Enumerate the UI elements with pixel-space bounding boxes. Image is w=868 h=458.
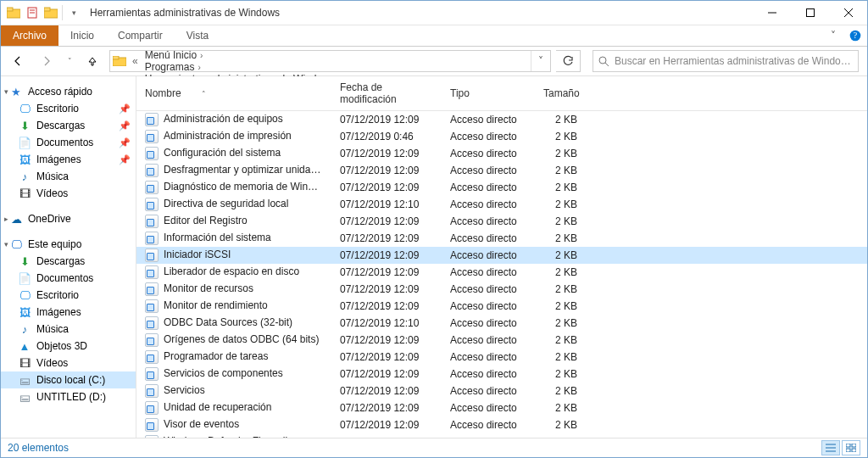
help-button[interactable]: ? xyxy=(843,25,867,46)
ribbon-tab-inicio[interactable]: Inicio xyxy=(58,25,106,46)
file-row[interactable]: Orígenes de datos ODBC (64 bits)07/12/20… xyxy=(136,332,867,349)
file-row[interactable]: Información del sistema07/12/2019 12:09A… xyxy=(136,230,867,247)
column-size[interactable]: Tamaño xyxy=(535,76,586,111)
address-bar[interactable]: « Windows›Menú Inicio›Programas›Herramie… xyxy=(109,50,551,72)
file-row[interactable]: Unidad de recuperación07/12/2019 12:09Ac… xyxy=(136,399,867,416)
sidebar-pc-item[interactable]: 🖴UNTITLED (D:) xyxy=(1,388,136,405)
file-row[interactable]: Liberador de espacio en disco07/12/2019 … xyxy=(136,264,867,281)
file-row[interactable]: Servicios07/12/2019 12:09Acceso directo2… xyxy=(136,383,867,399)
file-row[interactable]: Administración de impresión07/12/2019 0:… xyxy=(136,128,867,145)
file-pane[interactable]: Nombre˄ Fecha de modificación Tipo Tamañ… xyxy=(136,76,867,438)
docs-icon: 📄 xyxy=(18,136,31,149)
sidebar-quick-item[interactable]: 📄Documentos📌 xyxy=(1,134,136,151)
shortcut-icon xyxy=(145,113,159,126)
sidebar-item-label: Descargas xyxy=(36,255,85,267)
address-dropdown[interactable]: ˅ xyxy=(531,51,550,71)
file-row[interactable]: Iniciador iSCSI07/12/2019 12:09Acceso di… xyxy=(136,247,867,264)
desk-icon: 🖵 xyxy=(18,102,31,115)
qat-newfolder-icon[interactable] xyxy=(42,4,60,21)
chevron-down-icon[interactable]: ▾ xyxy=(4,240,13,249)
file-row[interactable]: Monitor de rendimiento07/12/2019 12:09Ac… xyxy=(136,298,867,315)
view-large-icons-button[interactable] xyxy=(842,440,860,455)
sidebar-quick-item[interactable]: 🖼Imágenes📌 xyxy=(1,151,136,168)
back-button[interactable] xyxy=(6,49,30,73)
chevron-right-icon[interactable]: ▸ xyxy=(4,215,13,223)
sidebar-pc-item[interactable]: 📄Documentos xyxy=(1,270,136,287)
column-type[interactable]: Tipo xyxy=(442,76,535,111)
ribbon: ArchivoInicioCompartirVista ˅ ? xyxy=(1,25,867,47)
ribbon-tab-compartir[interactable]: Compartir xyxy=(106,25,175,46)
file-row[interactable]: ODBC Data Sources (32-bit)07/12/2019 12:… xyxy=(136,315,867,332)
file-row[interactable]: Servicios de componentes07/12/2019 12:09… xyxy=(136,366,867,383)
sidebar-item-label: Vídeos xyxy=(36,357,68,369)
chevron-right-icon[interactable]: › xyxy=(200,51,203,60)
file-size: 2 KB xyxy=(535,416,586,433)
sidebar-pc-item[interactable]: ▲Objetos 3D xyxy=(1,338,136,355)
column-date[interactable]: Fecha de modificación xyxy=(331,76,442,111)
sidebar-quick-item[interactable]: 🖵Escritorio📌 xyxy=(1,100,136,117)
view-details-button[interactable] xyxy=(821,440,840,455)
file-row[interactable]: Configuración del sistema07/12/2019 12:0… xyxy=(136,145,867,162)
chevron-down-icon[interactable]: ▾ xyxy=(4,87,13,96)
sidebar-pc-item[interactable]: ♪Música xyxy=(1,321,136,338)
sidebar-pc-item[interactable]: 🖴Disco local (C:) xyxy=(1,371,136,388)
file-row[interactable]: Programador de tareas07/12/2019 12:09Acc… xyxy=(136,349,867,366)
file-row[interactable]: Editor del Registro07/12/2019 12:09Acces… xyxy=(136,213,867,230)
folder-icon xyxy=(4,4,23,21)
sidebar-item-label: UNTITLED (D:) xyxy=(36,391,106,403)
nav-sidebar[interactable]: ▾ ★ Acceso rápido 🖵Escritorio📌⬇Descargas… xyxy=(1,76,136,438)
sidebar-pc-item[interactable]: ⬇Descargas xyxy=(1,253,136,270)
chevron-right-icon[interactable]: › xyxy=(198,63,200,72)
sidebar-quick-access[interactable]: ▾ ★ Acceso rápido xyxy=(1,83,136,100)
forward-button[interactable] xyxy=(35,49,58,73)
breadcrumb-segment[interactable]: Programas› xyxy=(142,61,344,73)
file-type: Acceso directo xyxy=(442,298,535,315)
sidebar-pc-item[interactable]: 🖼Imágenes xyxy=(1,304,136,321)
ribbon-tab-archivo[interactable]: Archivo xyxy=(1,25,58,46)
search-input[interactable]: Buscar en Herramientas administrativas d… xyxy=(593,50,859,72)
sidebar-pc-item[interactable]: 🎞Vídeos xyxy=(1,355,136,371)
sidebar-item-label: Música xyxy=(36,323,69,335)
file-size: 2 KB xyxy=(535,332,586,349)
ribbon-expand-button[interactable]: ˅ xyxy=(823,25,843,46)
maximize-button[interactable] xyxy=(791,1,829,25)
sidebar-pc-item[interactable]: 🖵Escritorio xyxy=(1,287,136,304)
file-row[interactable]: Directiva de seguridad local07/12/2019 1… xyxy=(136,196,867,213)
refresh-button[interactable] xyxy=(556,50,581,72)
qat-customize-dropdown[interactable]: ▾ xyxy=(64,4,83,21)
file-row[interactable]: Administración de equipos07/12/2019 12:0… xyxy=(136,111,867,129)
file-type: Acceso directo xyxy=(442,230,535,247)
shortcut-icon xyxy=(145,215,159,228)
file-row[interactable]: Desfragmentar y optimizar unidades07/12/… xyxy=(136,162,867,179)
sidebar-onedrive[interactable]: ▸ ☁ OneDrive xyxy=(1,210,136,227)
file-row[interactable]: Diagnóstico de memoria de Windows07/12/2… xyxy=(136,179,867,196)
file-type: Acceso directo xyxy=(442,179,535,196)
file-type: Acceso directo xyxy=(442,349,535,366)
column-name[interactable]: Nombre˄ xyxy=(136,76,331,111)
docs-icon: 📄 xyxy=(18,271,31,285)
usb-icon: 🖴 xyxy=(18,390,31,404)
close-button[interactable] xyxy=(829,1,867,25)
file-name: ODBC Data Sources (32-bit) xyxy=(164,316,292,328)
file-size: 2 KB xyxy=(535,349,586,366)
sidebar-quick-item[interactable]: ⬇Descargas📌 xyxy=(1,117,136,134)
file-row[interactable]: Monitor de recursos07/12/2019 12:09Acces… xyxy=(136,281,867,298)
file-row[interactable]: Visor de eventos07/12/2019 12:09Acceso d… xyxy=(136,416,867,433)
3d-icon: ▲ xyxy=(18,339,31,353)
qat-properties-icon[interactable] xyxy=(23,4,42,21)
recent-locations-dropdown[interactable]: ˅ xyxy=(64,49,75,73)
breadcrumb-segment[interactable]: Menú Inicio› xyxy=(142,49,344,61)
sidebar-quick-item[interactable]: 🎞Vídeos xyxy=(1,185,136,202)
shortcut-icon xyxy=(145,147,159,160)
sidebar-this-pc[interactable]: ▾ 🖵 Este equipo xyxy=(1,236,136,253)
sidebar-quick-item[interactable]: ♪Música xyxy=(1,168,136,185)
breadcrumb-root-chevrons[interactable]: « xyxy=(129,55,142,67)
file-date: 07/12/2019 12:09 xyxy=(331,366,442,383)
sidebar-item-label: Imágenes xyxy=(36,154,81,165)
shortcut-icon xyxy=(145,299,159,313)
up-button[interactable] xyxy=(81,49,104,73)
sidebar-item-label: Escritorio xyxy=(36,289,79,301)
file-type: Acceso directo xyxy=(442,332,535,349)
minimize-button[interactable] xyxy=(753,1,791,25)
ribbon-tab-vista[interactable]: Vista xyxy=(175,25,220,46)
